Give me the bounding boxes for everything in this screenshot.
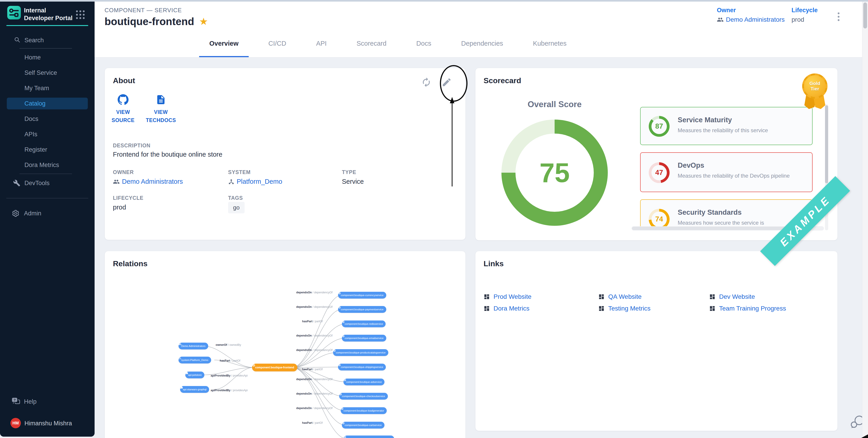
- tab-docs[interactable]: Docs: [406, 31, 441, 57]
- sidebar-search[interactable]: Search: [0, 34, 95, 46]
- graph-node-component-boutique-productcatalogservice[interactable]: component:boutique-productcatalogservice: [333, 349, 388, 356]
- graph-node-component-boutique-adservice[interactable]: component:boutique-adservice: [343, 378, 384, 385]
- apps-grid-icon[interactable]: [76, 10, 85, 20]
- graph-node-api-starwars-graphql[interactable]: api:starwars-graphql: [180, 386, 209, 393]
- nav-item-label: My Team: [25, 85, 49, 92]
- edge-label-haspart: hasPart / partOf: [302, 368, 323, 371]
- owner-link[interactable]: Demo Administrators: [717, 16, 785, 23]
- graph-node-api-petstore[interactable]: api:petstore: [185, 372, 204, 378]
- graph-node-label: component:boutique-emailservice: [345, 337, 383, 339]
- tab-ci-cd[interactable]: CI/CD: [258, 31, 297, 57]
- sidebar-item-apis[interactable]: APIs: [0, 127, 95, 142]
- sidebar-nav: HomeSelf ServiceMy TeamCatalogDocsAPIsRe…: [0, 50, 95, 173]
- edge-label-haspart: hasPart / partOf: [302, 421, 323, 425]
- component-icon: [338, 306, 341, 309]
- overall-score-label: Overall Score: [502, 100, 607, 109]
- favorite-star-icon[interactable]: ★: [199, 16, 208, 27]
- lifecycle-value: prod: [792, 16, 818, 23]
- graph-node-component-boutique-emailservice[interactable]: component:boutique-emailservice: [342, 335, 386, 341]
- graph-node-component-boutique-currencyservice[interactable]: component:boutique-currencyservice: [338, 292, 386, 299]
- page-scrollbar[interactable]: [862, 2, 868, 438]
- annotation-arrow: [443, 96, 462, 191]
- svg-text:?: ?: [13, 398, 16, 402]
- lifecycle-field-value: prod: [113, 204, 126, 211]
- link-qa-website[interactable]: QA Website: [598, 293, 642, 300]
- sidebar-item-devtools[interactable]: DevTools: [0, 175, 95, 191]
- tag-chip[interactable]: go: [228, 202, 245, 213]
- graph-node-label: component:boutique-frontend: [255, 366, 294, 369]
- portal-logo-icon: [7, 6, 21, 20]
- graph-node-component-boutique-frontend[interactable]: component:boutique-frontend: [252, 364, 297, 371]
- sidebar-item-docs[interactable]: Docs: [0, 111, 95, 127]
- component-icon: [339, 393, 342, 396]
- sidebar-user[interactable]: HM Himanshu Mishra: [0, 417, 95, 430]
- github-icon: [118, 94, 128, 105]
- link-prod-website[interactable]: Prod Website: [484, 293, 531, 300]
- graph-node-partial[interactable]: [343, 436, 394, 438]
- edge-label-dependson: dependsOn / dependencyOf: [296, 334, 333, 337]
- tab-scorecard[interactable]: Scorecard: [346, 31, 397, 57]
- graph-node-component-boutique-redisservice[interactable]: component:boutique-redisservice: [342, 321, 385, 327]
- gold-tier-label: GoldTier: [804, 75, 826, 97]
- sidebar-item-home[interactable]: Home: [0, 50, 95, 65]
- link-dora-metrics[interactable]: Dora Metrics: [484, 305, 529, 312]
- graph-node-label: component:boutique-adservice: [346, 380, 382, 383]
- refresh-icon[interactable]: [421, 77, 432, 88]
- sidebar-item-register[interactable]: Register: [0, 142, 95, 157]
- sidebar-item-my-team[interactable]: My Team: [0, 80, 95, 96]
- active-nav-highlight: [7, 98, 88, 109]
- graph-node-component-boutique-loadgenerator[interactable]: component:boutique-loadgenerator: [341, 407, 387, 414]
- sidebar-item-self-service[interactable]: Self Service: [0, 65, 95, 80]
- graph-node-system-platform-demo[interactable]: system:Platform_Demo: [179, 357, 211, 363]
- link-dev-website[interactable]: Dev Website: [709, 293, 755, 300]
- links-title: Links: [484, 259, 504, 268]
- metric-card-security-standards[interactable]: 74Security StandardsMeasures how secure …: [640, 199, 812, 226]
- graph-node-component-boutique-paymentservice[interactable]: component:boutique-paymentservice: [338, 306, 386, 313]
- description-label: DESCRIPTION: [113, 143, 151, 149]
- link-testing-metrics[interactable]: Testing Metrics: [598, 305, 651, 312]
- graph-node-component-boutique-checkoutservice[interactable]: component:boutique-checkoutservice: [339, 393, 388, 400]
- graph-node-label: component:boutique-checkoutservice: [342, 395, 385, 398]
- link-label: Dev Website: [719, 293, 755, 300]
- graph-node-component-boutique-shippingservice[interactable]: component:boutique-shippingservice: [338, 364, 386, 370]
- edge-label-ownerof: ownerOf / ownedBy: [216, 343, 241, 346]
- sidebar-item-admin[interactable]: Admin: [0, 206, 95, 221]
- scorecard-metrics-list: 87Service MaturityMeasures the reliabili…: [640, 107, 819, 226]
- graph-node-demo-administrators[interactable]: Demo Administrators: [179, 343, 208, 349]
- tags-field-label: TAGS: [228, 195, 243, 201]
- tab-overview[interactable]: Overview: [199, 31, 249, 57]
- owner-field-link[interactable]: Demo Administrators: [113, 178, 183, 185]
- link-team-training-progress[interactable]: Team Training Progress: [709, 305, 786, 312]
- system-field-link[interactable]: Platform_Demo: [228, 178, 282, 185]
- link-label: QA Website: [608, 293, 642, 300]
- link-label: Team Training Progress: [719, 305, 786, 312]
- tab-api[interactable]: API: [306, 31, 337, 57]
- tab-kubernetes[interactable]: Kubernetes: [523, 31, 577, 57]
- view-techdocs-button[interactable]: VIEWTECHDOCS: [144, 94, 178, 124]
- owner-field-label: OWNER: [113, 169, 134, 175]
- admin-label: Admin: [0, 210, 41, 217]
- view-source-button[interactable]: VIEWSOURCE: [106, 94, 140, 124]
- sidebar-item-catalog[interactable]: Catalog: [0, 96, 95, 111]
- metric-card-service-maturity[interactable]: 87Service MaturityMeasures the reliabili…: [640, 107, 812, 145]
- page-scrollbar-thumb[interactable]: [863, 2, 867, 29]
- metric-ring: 74: [649, 209, 670, 226]
- metric-name: Service Maturity: [678, 116, 732, 124]
- metric-card-devops[interactable]: 47DevOpsMeasures the reliability of the …: [640, 152, 812, 192]
- link-label: Prod Website: [494, 293, 531, 300]
- more-options-icon[interactable]: [834, 11, 843, 25]
- edge-label-haspart: hasPart / partOf: [302, 320, 323, 323]
- nav-item-label: Self Service: [25, 69, 57, 76]
- relations-graph[interactable]: ownerOf / ownedByhasPart / partOfapiProv…: [105, 278, 465, 438]
- wrench-icon: [13, 179, 20, 187]
- lifecycle-field-label: LIFECYCLE: [113, 195, 144, 201]
- relations-edges: [105, 278, 465, 438]
- component-icon: [342, 422, 345, 425]
- sidebar-item-help[interactable]: ? Help: [0, 394, 95, 409]
- tab-dependencies[interactable]: Dependencies: [451, 31, 513, 57]
- graph-node-component-boutique-cartservice[interactable]: component:boutique-cartservice: [342, 422, 384, 429]
- sidebar-divider: [6, 198, 88, 198]
- lifecycle-label: Lifecycle: [792, 7, 818, 14]
- sidebar-item-dora-metrics[interactable]: Dora Metrics: [0, 157, 95, 173]
- graph-node-label: api:starwars-graphql: [183, 388, 206, 391]
